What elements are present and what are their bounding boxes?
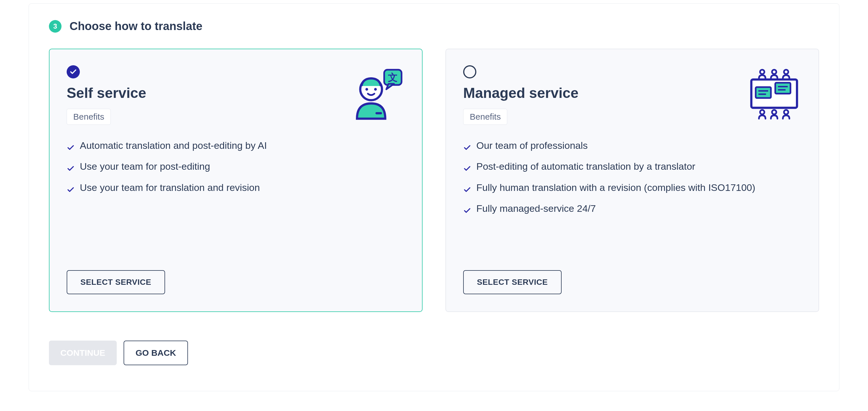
select-service-button[interactable]: SELECT SERVICE (463, 270, 562, 294)
check-icon (67, 183, 75, 198)
list-item: Use your team for translation and revisi… (67, 181, 405, 198)
radio-unselected-icon[interactable] (463, 65, 476, 79)
svg-point-17 (772, 110, 776, 114)
select-service-button[interactable]: SELECT SERVICE (67, 270, 165, 294)
benefit-text: Fully managed-service 24/7 (476, 202, 596, 215)
svg-rect-5 (375, 112, 382, 115)
benefits-list: Our team of professionals Post-editing o… (463, 139, 801, 223)
section-title: Choose how to translate (69, 20, 203, 33)
service-cards: Self service Benefits Automatic translat… (49, 49, 819, 312)
benefits-label: Benefits (67, 109, 111, 125)
list-item: Fully human translation with a revision … (463, 181, 801, 198)
benefit-text: Our team of professionals (476, 139, 588, 152)
check-icon (67, 141, 75, 155)
footer-actions: CONTINUE GO BACK (49, 341, 819, 365)
section-header: 3 Choose how to translate (49, 20, 819, 33)
svg-text:文: 文 (388, 72, 398, 83)
check-icon (463, 162, 471, 176)
benefits-label: Benefits (463, 109, 507, 125)
benefit-text: Post-editing of automatic translation by… (476, 159, 695, 173)
benefit-text: Fully human translation with a revision … (476, 181, 755, 195)
check-icon (463, 183, 471, 198)
list-item: Use your team for post-editing (67, 159, 405, 176)
list-item: Automatic translation and post-editing b… (67, 139, 405, 155)
check-icon (463, 204, 471, 218)
svg-point-16 (760, 110, 765, 114)
list-item: Our team of professionals (463, 139, 801, 155)
card-managed-service[interactable]: Managed service Benefits Our team of pro… (445, 49, 819, 312)
svg-rect-10 (755, 87, 771, 98)
check-icon (67, 162, 75, 176)
team-board-icon (747, 67, 801, 123)
benefit-text: Use your team for translation and revisi… (80, 181, 260, 195)
svg-point-18 (784, 110, 788, 114)
benefit-text: Automatic translation and post-editing b… (80, 139, 267, 152)
go-back-button[interactable]: GO BACK (124, 341, 188, 365)
svg-point-8 (784, 70, 788, 74)
svg-point-4 (374, 88, 377, 91)
continue-button[interactable]: CONTINUE (49, 341, 117, 365)
translate-method-section: 3 Choose how to translate Self service B… (29, 3, 839, 391)
step-number-badge: 3 (49, 20, 62, 33)
list-item: Post-editing of automatic translation by… (463, 159, 801, 176)
list-item: Fully managed-service 24/7 (463, 202, 801, 218)
card-self-service[interactable]: Self service Benefits Automatic translat… (49, 49, 423, 312)
svg-point-6 (760, 70, 765, 74)
radio-selected-icon[interactable] (67, 65, 80, 79)
check-icon (463, 141, 471, 155)
benefits-list: Automatic translation and post-editing b… (67, 139, 405, 202)
benefit-text: Use your team for post-editing (80, 159, 210, 173)
svg-rect-13 (775, 83, 790, 94)
svg-point-7 (772, 70, 776, 74)
svg-point-3 (365, 88, 368, 91)
person-translate-icon: 文 (350, 67, 405, 123)
